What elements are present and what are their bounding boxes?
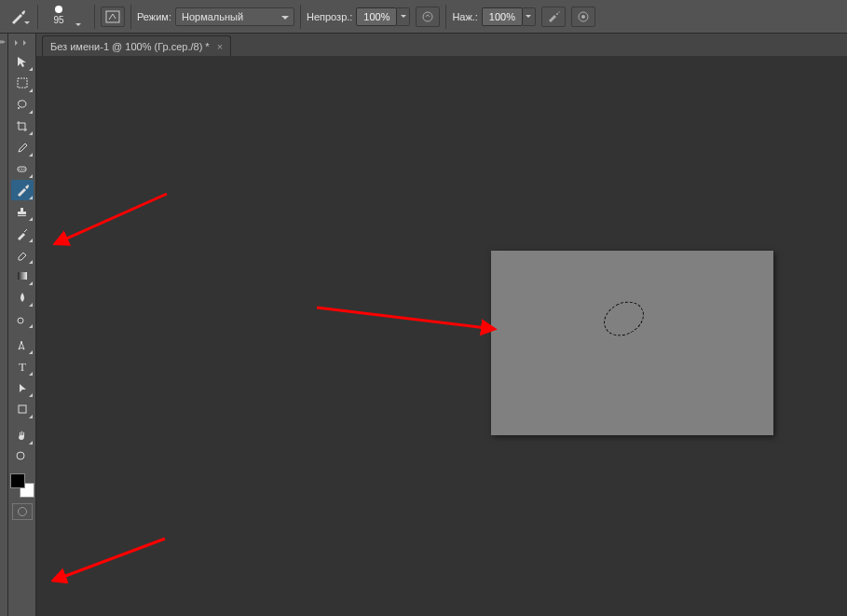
opacity-dropdown[interactable] bbox=[397, 7, 410, 26]
svg-point-13 bbox=[18, 318, 23, 323]
pressure-size-icon[interactable] bbox=[571, 7, 595, 27]
separator bbox=[37, 5, 38, 29]
zoom-tool[interactable] bbox=[11, 446, 34, 467]
blend-mode-select[interactable]: Нормальный bbox=[175, 7, 294, 26]
airbrush-icon[interactable] bbox=[541, 7, 566, 27]
svg-point-18 bbox=[17, 452, 24, 459]
shape-tool[interactable] bbox=[11, 399, 34, 419]
document-tab[interactable]: Без имени-1 @ 100% (Гр.сер./8) * × bbox=[42, 35, 231, 56]
toolbox: T bbox=[8, 34, 36, 616]
selection-marquee bbox=[598, 294, 650, 342]
brush-preset-picker[interactable]: 95 bbox=[44, 3, 74, 31]
svg-line-20 bbox=[62, 194, 167, 240]
svg-point-2 bbox=[556, 13, 558, 15]
type-tool[interactable]: T bbox=[11, 356, 34, 376]
separator bbox=[94, 5, 95, 29]
flow-input[interactable]: 100% bbox=[482, 7, 523, 26]
brush-tool[interactable] bbox=[11, 180, 34, 200]
workspace bbox=[36, 56, 847, 616]
brush-panel-toggle-icon[interactable] bbox=[101, 7, 125, 27]
svg-point-7 bbox=[18, 107, 20, 109]
svg-point-5 bbox=[581, 15, 585, 19]
quick-mask-toggle[interactable] bbox=[12, 503, 33, 520]
stamp-tool[interactable] bbox=[11, 201, 34, 222]
svg-point-11 bbox=[23, 168, 24, 169]
foreground-color-swatch[interactable] bbox=[10, 473, 25, 488]
mode-label: Режим: bbox=[137, 11, 171, 22]
options-bar: 95 Режим: Нормальный Непрозр.: 100% Наж.… bbox=[0, 0, 847, 34]
svg-rect-6 bbox=[18, 78, 27, 88]
document-tab-title: Без имени-1 @ 100% (Гр.сер./8) * bbox=[50, 41, 210, 52]
hand-tool[interactable] bbox=[11, 425, 34, 445]
annotation-arrow bbox=[51, 531, 172, 587]
svg-rect-17 bbox=[19, 405, 26, 413]
svg-point-3 bbox=[558, 11, 559, 12]
crop-tool[interactable] bbox=[11, 116, 34, 136]
svg-line-21 bbox=[317, 308, 486, 328]
canvas[interactable] bbox=[491, 251, 773, 435]
document-tab-bar: Без имени-1 @ 100% (Гр.сер./8) * × bbox=[36, 34, 847, 56]
separator bbox=[300, 5, 301, 29]
flow-label: Наж.: bbox=[452, 11, 478, 22]
svg-point-1 bbox=[423, 12, 432, 21]
eraser-tool[interactable] bbox=[11, 244, 34, 265]
opacity-label: Непрозр.: bbox=[307, 11, 352, 22]
svg-point-9 bbox=[19, 168, 20, 169]
panel-collapse-strip[interactable] bbox=[0, 34, 8, 616]
history-brush-tool[interactable] bbox=[11, 223, 34, 243]
annotation-arrow bbox=[53, 186, 174, 252]
gradient-tool[interactable] bbox=[11, 266, 34, 286]
path-select-tool[interactable] bbox=[11, 377, 34, 398]
flow-dropdown[interactable] bbox=[523, 7, 536, 26]
svg-rect-12 bbox=[18, 272, 27, 280]
tool-preset-picker[interactable] bbox=[4, 5, 32, 29]
lasso-tool[interactable] bbox=[11, 94, 34, 115]
svg-line-22 bbox=[61, 539, 165, 578]
svg-point-10 bbox=[21, 168, 22, 169]
blur-tool[interactable] bbox=[11, 287, 34, 308]
annotation-arrow bbox=[311, 296, 498, 343]
opacity-input[interactable]: 100% bbox=[356, 7, 397, 26]
move-tool[interactable] bbox=[11, 51, 34, 72]
toolbox-expand-handle[interactable] bbox=[8, 37, 35, 48]
svg-point-15 bbox=[20, 341, 22, 343]
marquee-tool[interactable] bbox=[11, 73, 34, 93]
svg-rect-0 bbox=[106, 11, 119, 22]
svg-text:T: T bbox=[19, 360, 26, 373]
separator bbox=[445, 5, 446, 29]
brush-size-label: 95 bbox=[53, 15, 63, 25]
heal-tool[interactable] bbox=[11, 158, 34, 179]
dodge-tool[interactable] bbox=[11, 308, 34, 329]
close-tab-icon[interactable]: × bbox=[217, 41, 223, 52]
blend-mode-value: Нормальный bbox=[182, 11, 243, 22]
separator bbox=[130, 5, 131, 29]
color-swatches[interactable] bbox=[10, 473, 34, 498]
eyedropper-tool[interactable] bbox=[11, 137, 34, 157]
pressure-opacity-icon[interactable] bbox=[416, 7, 440, 27]
pen-tool[interactable] bbox=[11, 335, 34, 355]
